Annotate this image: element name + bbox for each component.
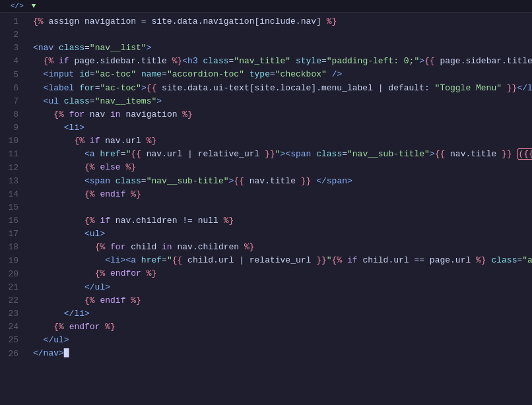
token-string: "nav__items" xyxy=(95,96,157,106)
code-body[interactable]: {% assign navigation = site.data.navigat… xyxy=(25,13,532,403)
token-attr-name: class xyxy=(64,96,90,106)
token-plain: assign navigation = site.data.navigation… xyxy=(44,16,327,26)
token-plain: nav.url xyxy=(100,136,146,146)
token-liquid-delim: {% xyxy=(95,268,106,278)
token-liquid-keyword: in xyxy=(110,109,121,119)
token-punc xyxy=(33,123,64,133)
token-plain: nav xyxy=(84,109,110,119)
token-string: " xyxy=(275,149,281,159)
token-liquid-keyword: if xyxy=(347,255,358,265)
token-string: "ac-toc" xyxy=(95,69,136,79)
line-number: 14 xyxy=(0,188,25,201)
token-plain xyxy=(290,56,296,66)
code-line: {% endfor %} xyxy=(33,267,532,280)
token-punc: = xyxy=(162,255,167,265)
token-tag: </ xyxy=(517,83,527,93)
token-tag: <li> xyxy=(105,255,125,265)
token-punc: = xyxy=(90,96,95,106)
code-line: </ul> xyxy=(33,334,532,347)
token-punc xyxy=(33,322,53,332)
code-line xyxy=(33,201,532,214)
token-liquid-delim: }} xyxy=(301,176,312,186)
token-attr-name: style xyxy=(296,56,321,66)
token-tag: > xyxy=(147,43,152,53)
breadcrumb-part2[interactable]: ▼ xyxy=(32,2,39,10)
token-liquid-delim: {{ xyxy=(172,255,183,265)
token-tag: <li> xyxy=(64,123,84,133)
token-plain: child xyxy=(125,242,162,252)
token-tag: label> xyxy=(527,83,532,93)
code-line: {% for nav in navigation %} xyxy=(33,108,532,121)
token-liquid-delim: {% xyxy=(53,109,64,119)
token-liquid-delim: {{ xyxy=(131,149,141,159)
code-editor: 1234567891011121314151617181920212223242… xyxy=(0,13,532,403)
line-number: 25 xyxy=(0,334,25,347)
token-liquid-delim: %} xyxy=(327,16,337,26)
code-line: <li><a href="{{ child.url | relative_url… xyxy=(33,254,532,267)
token-liquid-keyword: endif xyxy=(100,189,125,199)
token-plain xyxy=(327,69,332,79)
token-punc: = xyxy=(270,69,275,79)
token-liquid-keyword: in xyxy=(162,242,172,252)
token-punc xyxy=(33,176,84,186)
code-line: </li> xyxy=(33,307,532,321)
breadcrumb-part1[interactable]: </> xyxy=(11,2,26,10)
line-number: 5 xyxy=(0,69,25,82)
token-punc xyxy=(33,109,53,119)
token-liquid-delim: {% xyxy=(84,189,95,199)
line-number-gutter: 1234567891011121314151617181920212223242… xyxy=(0,13,25,403)
token-string: "padding-left: 0;" xyxy=(327,56,419,66)
token-string: "nav__sub-title" xyxy=(347,149,430,159)
token-punc xyxy=(33,216,84,226)
code-line: </ul> xyxy=(33,281,532,294)
token-plain xyxy=(110,176,116,186)
token-string: "nav__sub-title" xyxy=(147,176,229,186)
line-number: 2 xyxy=(0,28,25,42)
token-attr-name: for xyxy=(79,83,94,93)
token-punc xyxy=(33,268,95,278)
code-line: <ul class="nav__items"> xyxy=(33,95,532,108)
token-liquid-delim: {% xyxy=(95,242,106,252)
token-liquid-delim: {{ xyxy=(435,149,446,159)
token-plain: █ xyxy=(64,348,69,358)
token-string: "checkbox" xyxy=(275,69,327,79)
line-number: 12 xyxy=(0,162,25,175)
token-tag: /> xyxy=(332,69,343,79)
token-liquid-keyword: for xyxy=(69,109,84,119)
line-number: 24 xyxy=(0,321,25,334)
token-liquid-delim: {% xyxy=(74,136,84,146)
line-number: 21 xyxy=(0,281,25,294)
code-line: <nav class="nav__list"> xyxy=(33,42,532,55)
token-attr-name: class xyxy=(316,149,342,159)
token-plain xyxy=(502,83,507,93)
token-string: "accordion-toc" xyxy=(167,69,244,79)
token-attr-name: href xyxy=(100,149,120,159)
token-liquid-delim: {% xyxy=(84,216,95,226)
token-liquid-delim: %} xyxy=(244,242,255,252)
line-number: 9 xyxy=(0,121,25,135)
token-tag: > xyxy=(419,56,424,66)
code-line: <a href="{{ nav.url | relative_url }}"><… xyxy=(33,148,532,161)
token-punc xyxy=(33,136,74,146)
code-icon: </> xyxy=(11,2,24,10)
token-attr-name: class xyxy=(59,43,84,53)
token-plain xyxy=(53,43,59,53)
token-punc xyxy=(33,69,44,79)
token-attr-name: class xyxy=(116,176,141,186)
line-number: 1 xyxy=(0,15,25,28)
token-punc xyxy=(33,296,84,305)
line-number: 26 xyxy=(0,348,25,361)
token-punc xyxy=(33,242,95,252)
line-number: 15 xyxy=(0,201,25,214)
line-number: 22 xyxy=(0,294,25,307)
line-number: 13 xyxy=(0,175,25,188)
token-tag: <label xyxy=(44,83,75,93)
token-tag: <ul> xyxy=(84,229,105,239)
token-punc: = xyxy=(90,69,95,79)
token-plain xyxy=(244,69,249,79)
nav-icon: ▼ xyxy=(32,2,36,10)
token-punc xyxy=(33,149,84,159)
token-liquid-delim: %} xyxy=(224,216,234,226)
token-punc xyxy=(33,83,44,93)
code-line: {% endfor %} xyxy=(33,321,532,334)
